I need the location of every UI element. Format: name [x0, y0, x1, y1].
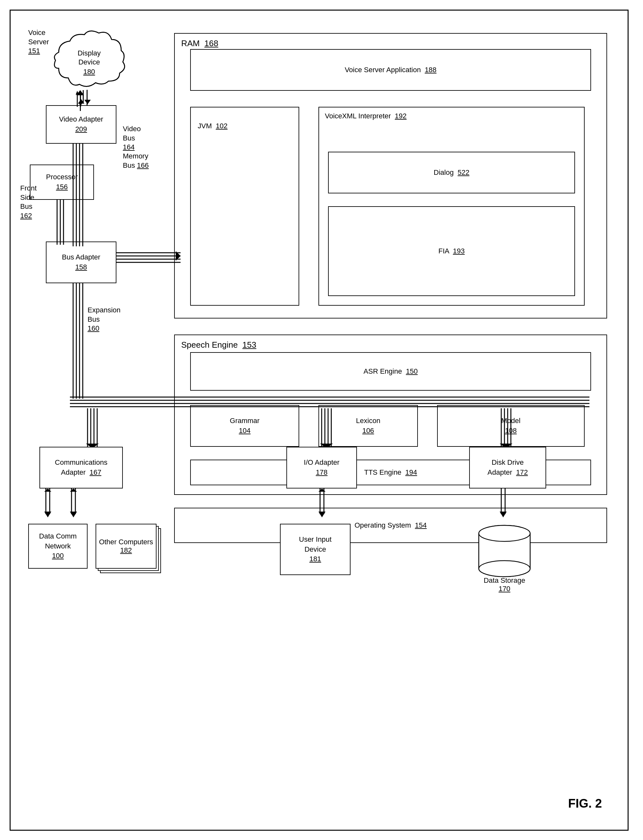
fig-label: FIG. 2	[568, 797, 602, 811]
proc-to-bus-svg	[54, 200, 70, 245]
other-computers-label: Other Computers182	[99, 538, 153, 555]
fia-label: FIA 193	[438, 246, 465, 256]
svg-marker-53	[318, 488, 325, 492]
disk-drive-adapter-box: Disk DriveAdapter 172	[469, 447, 546, 488]
svg-marker-52	[318, 512, 325, 517]
expansion-bus-label: ExpansionBus160	[88, 306, 121, 333]
io-adapter-box: I/O Adapter178	[286, 447, 357, 488]
io-to-user-svg	[317, 488, 333, 524]
video-adapter-box: Video Adapter209	[46, 105, 116, 144]
tts-engine-label: TTS Engine 194	[364, 468, 417, 478]
other-computers-container: Other Computers182	[96, 524, 157, 574]
down-to-io-svg	[318, 408, 338, 447]
fia-box: FIA 193	[328, 206, 575, 296]
bus-video-to-bus-svg	[70, 144, 89, 246]
voice-server-label: VoiceServer151	[28, 28, 49, 56]
voicexml-label: VoiceXML Interpreter 192	[325, 111, 406, 121]
asr-engine-label: ASR Engine 150	[364, 367, 418, 377]
expansion-bus-svg	[70, 283, 89, 399]
down-to-comm-svg	[84, 408, 104, 447]
grammar-box: Grammar104	[190, 405, 299, 447]
disk-to-storage-svg	[498, 488, 514, 524]
comm-adapter-box: CommunicationsAdapter 167	[39, 447, 123, 488]
svg-text:Device: Device	[78, 58, 100, 66]
diagram-container: VoiceServer151 RAM 168 Voice Server Appl…	[10, 10, 628, 831]
asr-engine-box: ASR Engine 150	[190, 352, 591, 391]
memory-bus-label: MemoryBus 166	[123, 152, 149, 170]
arrow-display-video-svg	[72, 90, 91, 108]
dialog-box: Dialog 522	[328, 152, 575, 193]
horiz-bus-svg	[70, 394, 599, 410]
svg-marker-5	[76, 91, 79, 95]
svg-marker-44	[44, 512, 51, 517]
comm-to-other-svg	[68, 488, 88, 524]
dialog-label: Dialog 522	[434, 168, 469, 178]
display-device-cloud: Display Device 180	[52, 27, 126, 91]
svg-marker-45	[44, 488, 51, 492]
svg-point-64	[479, 525, 530, 542]
video-bus-label: VideoBus164	[123, 124, 141, 152]
comm-adapter-label: CommunicationsAdapter 167	[55, 458, 108, 478]
jvm-label: JVM 102	[198, 121, 228, 131]
bus-to-ram-svg	[116, 250, 181, 266]
io-adapter-label: I/O Adapter178	[304, 458, 339, 478]
user-input-box: User InputDevice181	[280, 524, 351, 575]
svg-marker-6	[79, 103, 82, 107]
svg-marker-49	[70, 488, 77, 492]
front-side-bus-label: FrontSideBus162	[20, 184, 37, 220]
svg-text:180: 180	[83, 68, 95, 76]
comm-to-datacm-svg	[42, 488, 62, 524]
svg-point-63	[479, 561, 530, 577]
data-comm-label: Data CommNetwork100	[39, 532, 77, 561]
video-adapter-label: Video Adapter209	[59, 114, 103, 134]
svg-marker-48	[70, 512, 77, 517]
down-to-disk-svg	[498, 408, 517, 447]
lexicon-label: Lexicon106	[356, 416, 380, 436]
os-label: Operating System 154	[354, 520, 426, 530]
svg-text:Display: Display	[78, 49, 101, 57]
bus-adapter-box: Bus Adapter158	[46, 241, 116, 283]
data-comm-box: Data CommNetwork100	[28, 524, 88, 569]
data-storage: Data Storage170	[472, 520, 537, 593]
voice-server-app-label: Voice Server Application 188	[345, 65, 436, 75]
svg-marker-56	[499, 512, 507, 517]
voice-server-app-box: Voice Server Application 188	[190, 49, 591, 91]
user-input-label: User InputDevice181	[299, 535, 331, 564]
bus-adapter-label: Bus Adapter158	[62, 253, 100, 272]
grammar-label: Grammar104	[230, 416, 260, 436]
disk-drive-adapter-label: Disk DriveAdapter 172	[488, 458, 528, 478]
jvm-box: JVM 102	[190, 107, 299, 306]
os-box: Operating System 154	[174, 508, 607, 543]
